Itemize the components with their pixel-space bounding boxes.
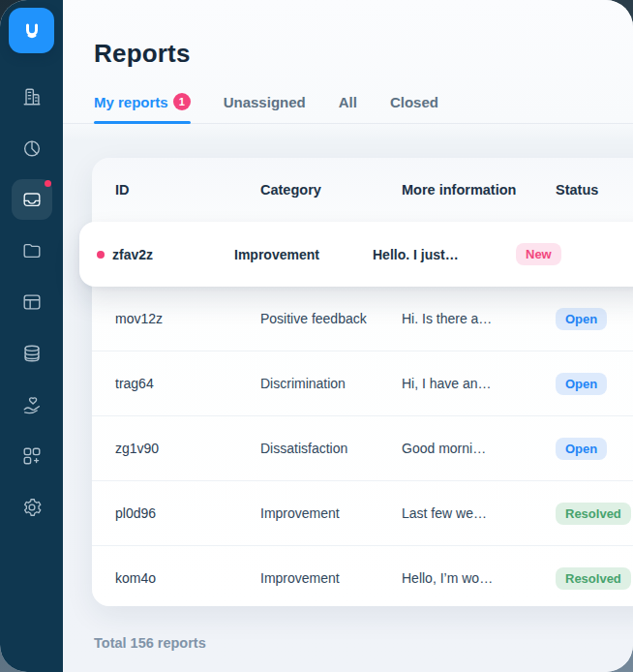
sidebar-item-inbox[interactable]	[12, 179, 52, 220]
report-category: Dissatisfaction	[260, 441, 402, 456]
sidebar-item-data[interactable]	[12, 333, 52, 374]
sidebar-item-analytics[interactable]	[12, 128, 52, 168]
tab-closed[interactable]: Closed	[390, 94, 438, 123]
status-badge: Resolved	[556, 503, 631, 525]
page-title: Reports	[94, 39, 633, 69]
tab-count-badge: 1	[173, 93, 191, 110]
hand-heart-icon	[21, 394, 43, 415]
status-badge: Open	[556, 308, 607, 330]
status-badge: Resolved	[556, 567, 631, 590]
report-category: Discrimination	[260, 376, 402, 391]
report-info: Last few we…	[402, 505, 556, 521]
status-badge: New	[516, 243, 561, 265]
table-row-highlighted[interactable]: zfav2z Improvement Hello. I just… New	[79, 222, 633, 287]
report-category: Improvement	[234, 247, 373, 262]
report-category: Improvement	[260, 570, 402, 586]
sidebar-item-care[interactable]	[12, 384, 52, 425]
column-header-info: More information	[402, 182, 556, 198]
report-category: Positive feedback	[260, 311, 402, 326]
tabs-bar: My reports1 Unassigned All Closed	[63, 93, 633, 124]
inbox-icon	[21, 189, 43, 210]
usersnap-logo[interactable]	[9, 8, 54, 53]
report-info: Hello, I’m wo…	[402, 570, 556, 586]
building-icon	[21, 86, 43, 107]
report-info: Good morni…	[402, 441, 556, 456]
board-icon	[21, 291, 43, 313]
logo-u-smile-icon	[18, 17, 45, 45]
sidebar-item-company[interactable]	[12, 76, 52, 117]
column-header-category: Category	[260, 182, 402, 198]
tab-all[interactable]: All	[339, 94, 357, 123]
report-id: kom4o	[115, 570, 260, 586]
folder-icon	[21, 240, 43, 261]
table-row[interactable]: trag64 Discrimination Hi, I have an… Ope…	[92, 351, 633, 415]
database-icon	[21, 343, 43, 364]
report-id: pl0d96	[115, 505, 260, 521]
tab-unassigned[interactable]: Unassigned	[224, 94, 306, 123]
sidebar-nav	[12, 76, 52, 538]
sidebar	[0, 0, 63, 672]
notification-dot	[45, 180, 51, 187]
main-content: Reports My reports1 Unassigned All Close…	[63, 0, 633, 672]
report-id: zg1v90	[115, 441, 260, 456]
table-row[interactable]: kom4o Improvement Hello, I’m wo… Resolve…	[92, 545, 633, 606]
column-header-status: Status	[556, 182, 633, 198]
sidebar-item-settings[interactable]	[12, 487, 52, 528]
total-reports-label: Total 156 reports	[94, 635, 206, 651]
sidebar-item-projects[interactable]	[12, 230, 52, 271]
report-info: Hi. Is there a…	[402, 311, 556, 326]
table-row[interactable]: zg1v90 Dissatisfaction Good morni… Open	[92, 415, 633, 480]
report-info: Hi, I have an…	[402, 376, 556, 391]
sidebar-item-integrations[interactable]	[12, 436, 52, 476]
report-category: Improvement	[260, 505, 402, 521]
report-id: mov12z	[115, 311, 260, 326]
tab-my-reports[interactable]: My reports1	[94, 93, 191, 123]
report-id: zfav2z	[112, 247, 234, 262]
settings-icon	[21, 497, 43, 518]
table-body: mov12z Positive feedback Hi. Is there a……	[92, 287, 633, 606]
unread-dot	[97, 251, 105, 259]
status-badge: Open	[556, 373, 607, 395]
pie-chart-icon	[21, 137, 43, 159]
table-row[interactable]: pl0d96 Improvement Last few we… Resolved	[92, 480, 633, 545]
app-window: Reports My reports1 Unassigned All Close…	[0, 0, 633, 672]
column-header-id: ID	[115, 182, 260, 198]
sidebar-item-board[interactable]	[12, 282, 52, 322]
apps-add-icon	[21, 445, 43, 467]
report-id: trag64	[115, 376, 260, 391]
table-row[interactable]: mov12z Positive feedback Hi. Is there a……	[92, 287, 633, 351]
report-info: Hello. I just…	[373, 247, 516, 262]
table-header-row: ID Category More information Status	[92, 158, 633, 222]
status-badge: Open	[556, 438, 607, 460]
